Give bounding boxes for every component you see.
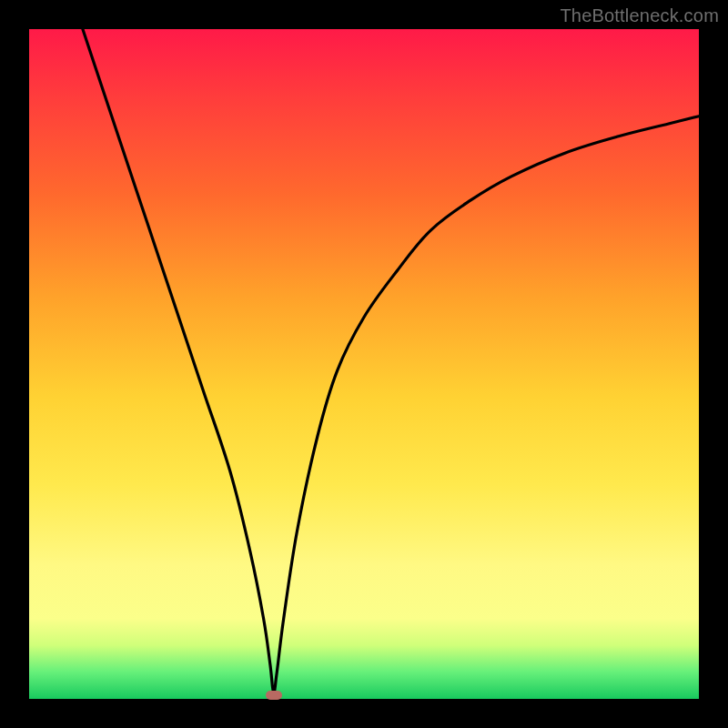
plot-area — [29, 29, 699, 699]
chart-frame: TheBottleneck.com — [0, 0, 728, 728]
watermark-text: TheBottleneck.com — [560, 5, 719, 26]
bottleneck-curve — [83, 29, 699, 693]
minimum-marker — [266, 691, 282, 700]
curve-svg — [29, 29, 699, 699]
